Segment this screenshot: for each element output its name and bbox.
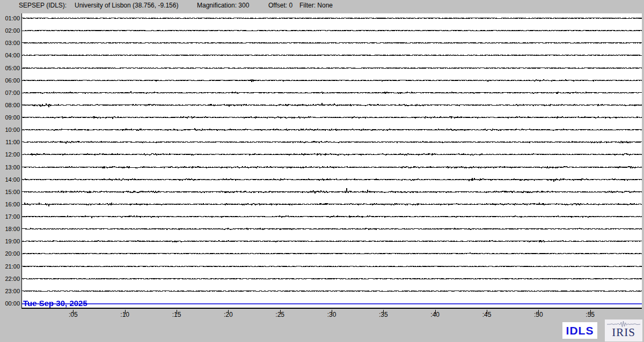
- idls-logo-text: IDLS: [566, 324, 594, 337]
- hour-label: 02:00: [0, 27, 20, 34]
- idls-helicorder-window: { "header": { "station": "SEPSEP (IDLS):…: [0, 0, 644, 342]
- helicorder-plot-area[interactable]: [21, 13, 642, 309]
- hour-label: 16:00: [0, 201, 20, 207]
- hour-label: 12:00: [0, 151, 20, 158]
- hour-label: 18:00: [0, 226, 20, 232]
- x-axis-label: :15: [166, 311, 187, 318]
- hour-label: 09:00: [0, 114, 20, 121]
- status-header: SEPSEP (IDLS): University of Lisbon (38.…: [0, 2, 644, 11]
- hour-label: 00:00: [0, 300, 20, 307]
- hour-label: 05:00: [0, 65, 20, 71]
- hour-label: 08:00: [0, 102, 20, 108]
- hour-label: 04:00: [0, 52, 20, 58]
- x-axis-label: :45: [476, 311, 497, 318]
- hour-label: 06:00: [0, 77, 20, 84]
- x-axis-label: :40: [425, 311, 446, 318]
- hour-label: 14:00: [0, 176, 20, 183]
- hour-label: 23:00: [0, 288, 20, 294]
- hour-label: 21:00: [0, 263, 20, 270]
- hour-label: 15:00: [0, 189, 20, 195]
- hour-label: 07:00: [0, 90, 20, 96]
- hour-label: 17:00: [0, 213, 20, 220]
- seismogram-trace-canvas[interactable]: [22, 13, 642, 308]
- x-axis-label: :05: [62, 311, 84, 318]
- hour-label: 03:00: [0, 40, 20, 46]
- hour-label: 11:00: [0, 139, 20, 145]
- station-name-label: SEPSEP (IDLS):: [19, 2, 67, 9]
- hour-label: 22:00: [0, 276, 20, 282]
- station-location-label: University of Lisbon (38.756, -9.156): [75, 2, 178, 9]
- x-axis-label: :30: [321, 311, 342, 318]
- hour-label: 10:00: [0, 127, 20, 133]
- hour-label: 20:00: [0, 250, 20, 257]
- hour-label: 01:00: [0, 15, 20, 21]
- x-axis-label: :55: [580, 311, 601, 318]
- iris-logo-text: IRIS: [612, 327, 635, 338]
- x-axis-label: :20: [217, 311, 239, 318]
- iris-logo: IRIS: [605, 319, 642, 341]
- x-axis-label: :10: [114, 311, 136, 318]
- date-label: Tue Sep 30, 2025: [23, 299, 87, 308]
- filter-label: Filter: None: [299, 2, 333, 9]
- hour-label: 19:00: [0, 238, 20, 244]
- hour-label: 13:00: [0, 164, 20, 170]
- x-axis-label: :35: [372, 311, 394, 318]
- x-axis-label: :25: [269, 311, 291, 318]
- idls-logo: IDLS: [562, 322, 597, 339]
- offset-label: Offset: 0: [268, 2, 292, 9]
- magnification-label: Magnification: 300: [197, 2, 249, 9]
- x-axis-label: :50: [528, 311, 549, 318]
